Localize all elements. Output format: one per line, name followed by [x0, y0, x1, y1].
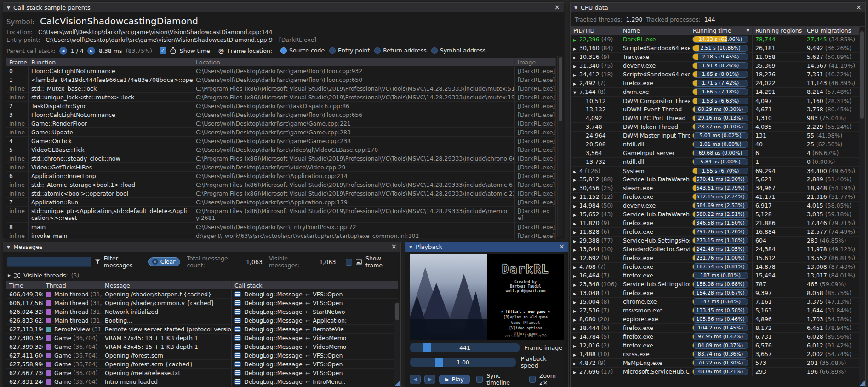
pid-cell[interactable]: 13,732: [571, 158, 620, 167]
cpu-row[interactable]: ▶4,768 (7) firefox.exe 187.54 ms (0.81%)…: [571, 263, 860, 271]
cpu-row[interactable]: 13,132 uDWM Event Thread 68.29 ms (0.30%…: [571, 105, 860, 114]
col-time[interactable]: Time: [6, 281, 43, 290]
expand-icon[interactable]: ▼: [573, 90, 579, 96]
pid-cell[interactable]: 10,512: [571, 97, 620, 105]
cpu-row[interactable]: ▶4,872 (9) MsMpEng.exe 70.22 ms (0.30%) …: [571, 359, 860, 368]
callstack-scrollbar[interactable]: [557, 56, 563, 237]
callstack-icon[interactable]: [234, 344, 241, 350]
callstack-cell[interactable]: DebugLog::Message←RemoteVie: [232, 325, 398, 334]
resize-grip[interactable]: [394, 381, 400, 386]
pid-cell[interactable]: ▶1,488 (10): [571, 350, 620, 359]
pid-cell[interactable]: 24,964: [571, 132, 620, 140]
callstack-row[interactable]: 8 main C:\Users\wolf\Desktop\darkrl\src\…: [6, 223, 556, 231]
callstack-cell[interactable]: DebugLog::Message←VFS::Open: [232, 299, 398, 307]
col-image[interactable]: Image: [515, 58, 556, 67]
callstack-icon[interactable]: [234, 326, 241, 332]
expand-icon[interactable]: ▶: [573, 221, 579, 227]
callstack-row[interactable]: inline invoke_main d:\agent\_work\63\s\s…: [6, 231, 556, 240]
cpu-row[interactable]: ▶35,812 (88) ServiceHub.DataWarehou 670.…: [571, 175, 860, 184]
show-time-checkbox[interactable]: [160, 47, 166, 54]
location-value[interactable]: C:\Users\wolf\Desktop\darkrl\src\game\vi…: [38, 29, 272, 35]
pid-cell[interactable]: ▶12,692 (9): [571, 254, 620, 263]
col-function[interactable]: Function: [29, 58, 193, 67]
expand-icon[interactable]: ▶: [573, 169, 579, 175]
collapse-icon[interactable]: ▼: [574, 6, 577, 10]
cpu-row[interactable]: ▶30,456 (25) steam.exe 643.61 ms (2.79%)…: [571, 184, 860, 193]
message-row[interactable]: 627,380,356ns Game (36,704) VRAM 37x45: …: [6, 334, 398, 342]
callstack-cell[interactable]: DebugLog::Message←Application:: [232, 316, 398, 325]
clear-button[interactable]: ✕ Clear: [148, 257, 181, 266]
expand-icon[interactable]: ▶: [573, 203, 579, 210]
cpu-row[interactable]: ▶18,444 (6) firefox.exe 104.2 ms (0.45%)…: [571, 324, 860, 333]
callstack-cell[interactable]: DebugLog::Message←VFS::Open: [232, 290, 398, 299]
callstack-icon[interactable]: [234, 361, 241, 367]
pid-cell[interactable]: ▶11,152 (12): [571, 193, 620, 202]
cpu-row[interactable]: ▶12,016 (2) firefox.exe 84.89 ms (0.37%)…: [571, 341, 860, 350]
show-frame-checkbox[interactable]: [346, 259, 352, 266]
collapse-icon[interactable]: ▼: [7, 6, 10, 10]
callstack-icon[interactable]: [234, 370, 241, 376]
col-thread[interactable]: Thread: [43, 281, 102, 290]
pid-cell[interactable]: ▶34,412 (18): [571, 70, 620, 79]
frame-slider[interactable]: 441: [410, 343, 520, 352]
filter-input[interactable]: [7, 257, 91, 267]
expand-icon[interactable]: ▶: [573, 238, 579, 245]
cpu-row[interactable]: 24,964 DWM Master Input Threa 5.03 ms (0…: [571, 132, 860, 140]
next-stack-button[interactable]: ▶: [87, 47, 95, 55]
callstack-row[interactable]: 2 TaskDispatch::Sync C:\Users\wolf\Deskt…: [6, 102, 556, 110]
expand-icon[interactable]: ▶: [573, 291, 579, 297]
cpu-row[interactable]: ▶14,784 (5) firefox.exe 97.95 ms (0.42%)…: [571, 333, 860, 341]
callstack-row[interactable]: inline Video::GetTicksHiRes C:\Users\wol…: [6, 163, 556, 172]
close-icon[interactable]: ×: [559, 243, 565, 250]
pid-cell[interactable]: ▶2,492 (7): [571, 79, 620, 88]
cpu-row[interactable]: ▶11,152 (12) firefox.exe 632.15 ms (2.74…: [571, 193, 860, 202]
pid-cell[interactable]: ▶30,160 (84): [571, 44, 620, 53]
frame-location-radio[interactable]: Return address: [374, 47, 427, 54]
message-row[interactable]: 606,049,398ns Main thread (31,596) Openi…: [6, 290, 398, 299]
pid-cell[interactable]: ▶18,444 (6): [571, 324, 620, 333]
cpu-row[interactable]: ▶10,316 (9) Tracy.exe 2.18 s (9.45%) 11,…: [571, 53, 860, 62]
pid-cell[interactable]: 13,132: [571, 105, 620, 114]
expand-icon[interactable]: ▶: [573, 247, 579, 254]
col-location[interactable]: Location: [193, 58, 515, 67]
cpu-row[interactable]: 4,092 DWM LPC Port Thread 29.16 ms (0.13…: [571, 114, 860, 123]
pid-cell[interactable]: 4,092: [571, 114, 620, 123]
close-icon[interactable]: ×: [554, 4, 560, 11]
message-row[interactable]: 627,667,736ns Game (36,704) Opening /met…: [6, 369, 398, 377]
pid-cell[interactable]: ▶29,388 (77): [571, 237, 620, 245]
col-message[interactable]: Message: [102, 281, 232, 290]
expand-icon[interactable]: ▶: [573, 186, 579, 192]
pid-cell[interactable]: ▶14,784 (5): [571, 333, 620, 341]
frame-location-radio[interactable]: Symbol address: [431, 47, 486, 54]
expand-icon[interactable]: ▶: [8, 273, 11, 277]
cpu-row[interactable]: ▶29,388 (77) ServiceHub.SettingsHost 273…: [571, 237, 860, 245]
cpu-row[interactable]: 3,748 DWM Token Thread 23.37 ms (0.10%) …: [571, 123, 860, 132]
pid-cell[interactable]: ▶27,536 (7): [571, 306, 620, 315]
cpu-row[interactable]: 13,732 ntdll.dll 5.84 us (0.00%) 1 0 (0.…: [571, 158, 860, 167]
callstack-row[interactable]: 6 Application::InnerLoop C:\Users\wolf\D…: [6, 172, 556, 180]
callstack-cell[interactable]: DebugLog::Message←IntroMenu::: [232, 377, 398, 386]
pid-cell[interactable]: ▶13,044 (10): [571, 245, 620, 254]
frame-location-radio[interactable]: Entry point: [329, 47, 370, 54]
callstack-icon[interactable]: [234, 379, 241, 385]
callstack-row[interactable]: inline std::atomic<bool>::operator bool …: [6, 189, 556, 198]
cpu-row[interactable]: 10,512 DWM Compositor Thread 1.53 s (6.6…: [571, 97, 860, 105]
messages-table-header[interactable]: Time Thread Message Call stack: [6, 281, 398, 290]
message-row[interactable]: 627,831,246ns Game (36,704) Intro menu l…: [6, 377, 398, 386]
message-row[interactable]: 626,024,328ns Main thread (31,596) Netwo…: [6, 307, 398, 316]
cpu-row[interactable]: ▶11,828 (6) firefox.exe 291.26 ms (1.26%…: [571, 228, 860, 237]
sync-timeline-checkbox[interactable]: [476, 376, 483, 383]
expand-icon[interactable]: ▶: [573, 212, 579, 219]
cpu-row[interactable]: ▶13,044 (10) StandardCollector.Servic 24…: [571, 245, 860, 254]
col-migrations[interactable]: CPU migrations: [804, 27, 860, 35]
callstack-icon[interactable]: [234, 309, 241, 315]
messages-scrollbar[interactable]: [394, 302, 400, 386]
cpu-row[interactable]: ▶27,536 (7) msvsmon.exe 133.45 ms (0.58%…: [571, 306, 860, 315]
expand-icon[interactable]: ▶: [573, 81, 579, 87]
pid-cell[interactable]: ▶4 (126): [571, 167, 620, 175]
callstack-row[interactable]: 4 Game::OnTick C:\Users\wolf\Desktop\dar…: [6, 137, 556, 145]
pid-cell[interactable]: ▶35,812 (88): [571, 175, 620, 184]
pid-cell[interactable]: ▶27,696 (17): [571, 368, 620, 376]
pid-cell[interactable]: ▶16,464 (7): [571, 271, 620, 280]
callstack-row[interactable]: 7 Application::Run C:\Users\wolf\Desktop…: [6, 198, 556, 207]
